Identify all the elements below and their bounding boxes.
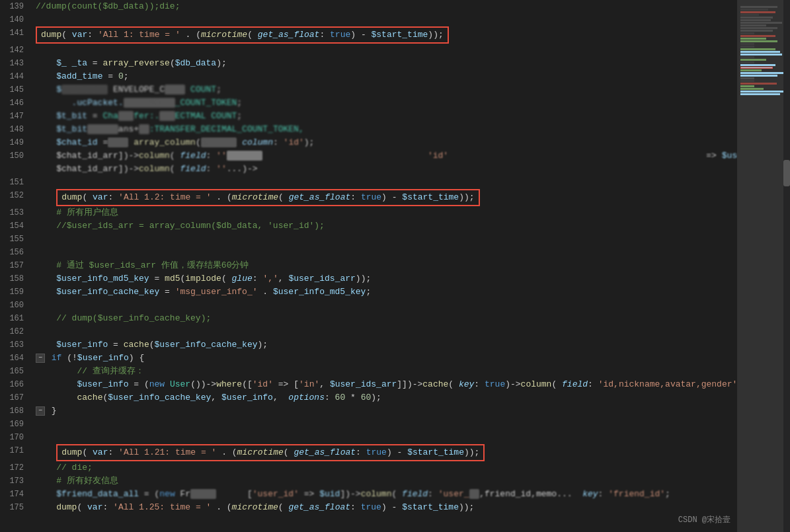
code-line-145: 145 $__P_b_D__ ENVELOPE_C____ COUNT; [0,83,737,96]
code-line-165: 165 // 查询并缓存： [0,365,737,378]
csdn-watermark: CSDN @宋拾壹 [678,514,731,525]
code-line-152: 152 dump( var: 'All 1.2: time = ' . (mic… [0,189,737,206]
code-line-166: 166 $user_info = (new User())->where(['i… [0,378,737,391]
code-line-158: 158 $user_info_md5_key = md5(implode( gl… [0,272,737,285]
code-line-141: 141 dump( var: 'All 1: time = ' . (micro… [0,26,737,44]
code-line-142: 142 [0,44,737,57]
code-line-173: 173 # 所有好友信息 [0,475,737,488]
editor-container: 139 //dump(count($db_data));die; 140 141… [0,0,790,532]
code-line-150-cont: $chat_id_arr])->column( field: ''...)-> [0,163,737,176]
code-line-159: 159 $user_info_cache_key = 'msg_user_inf… [0,285,737,299]
scrollbar-thumb[interactable] [783,160,790,186]
code-line-175: 175 dump( var: 'All 1.25: time = ' . (mi… [0,501,737,514]
code-line-146: 146 .ucPacket._____MORE__COUNT_TOKEN; [0,96,737,110]
code-line-143: 143 $_ _ta = array_reverse($db_data); [0,57,737,70]
code-line-172: 172 // die; [0,461,737,475]
code-line-171: 171 dump( var: 'All 1.21: time = ' . (mi… [0,444,737,461]
code-line-168: 168 − } [0,404,737,418]
minimap [737,0,790,532]
code-line-170: 170 [0,431,737,444]
vertical-scrollbar[interactable] [783,0,790,532]
code-line-149: 149 $chat_id =____ array_column($d_____ … [0,136,737,149]
code-line-169: 169 [0,418,737,431]
fold-icon-168[interactable]: − [36,406,45,416]
code-line-139: 139 //dump(count($db_data));die; [0,0,737,13]
code-line-161: 161 // dump($user_info_cache_key); [0,312,737,325]
code-line-154: 154 //$user_ids_arr = array_column($db_d… [0,219,737,233]
code-line-147: 147 $t_bit = Cha___fer:.___ECTMAL COUNT; [0,110,737,123]
code-line-174: 174 $friend_data_all = (new Fr_____ ['us… [0,488,737,501]
code-line-156: 156 [0,246,737,259]
fold-icon-164[interactable]: − [36,354,45,363]
code-line-144: 144 $add_time = 0; [0,70,737,83]
code-line-148: 148 $t_bit______ans+__:TRANSFER_DECIMAL_… [0,123,737,136]
code-line-155: 155 [0,233,737,246]
code-line-167: 167 cache($user_info_cache_key, $user_in… [0,391,737,404]
code-line-157: 157 # 通过 $user_ids_arr 作值，缓存结果60分钟 [0,259,737,272]
code-line-160: 160 [0,299,737,312]
code-line-140: 140 [0,13,737,26]
code-line-150: 150 $chat_id_arr])->column( field: ''___… [0,149,737,163]
code-line-164: 164 − if (!$user_info) { [0,352,737,365]
code-line-163: 163 $user_info = cache($user_info_cache_… [0,338,737,352]
code-line-151: 151 [0,176,737,189]
code-line-153: 153 # 所有用户信息 [0,206,737,219]
code-line-162: 162 [0,325,737,338]
